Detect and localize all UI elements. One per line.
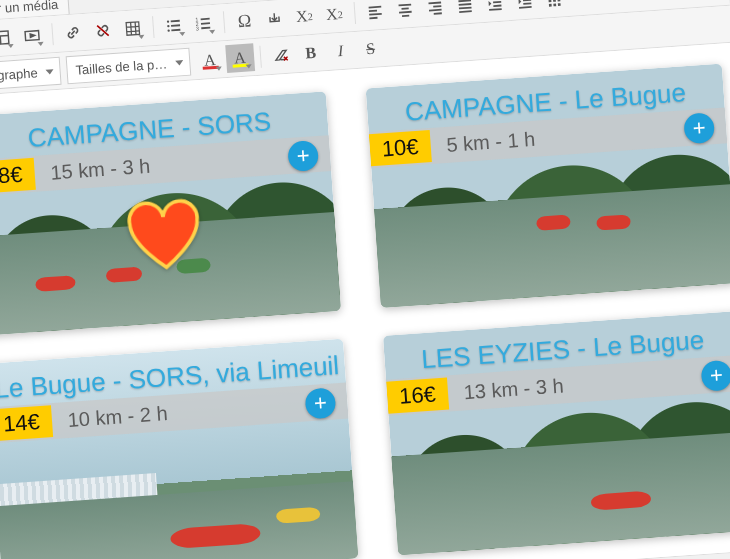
svg-rect-14 [201, 27, 210, 29]
italic-icon[interactable]: I [326, 36, 356, 66]
align-right-icon[interactable] [420, 0, 450, 22]
svg-rect-38 [519, 6, 532, 9]
ordered-list-icon[interactable]: 123 [189, 9, 219, 39]
svg-point-4 [167, 25, 169, 27]
fontsize-select[interactable]: Tailles de la p… [66, 48, 191, 85]
price-tag: 16€ [386, 378, 449, 414]
tour-card[interactable]: LES EYZIES - Le Bugue 16€ 13 km - 3 h + [383, 311, 730, 555]
price-tag: 18€ [0, 158, 36, 194]
svg-rect-15 [369, 6, 382, 9]
svg-point-3 [167, 20, 169, 22]
video-icon[interactable] [17, 21, 47, 51]
svg-rect-17 [369, 13, 382, 16]
svg-rect-40 [549, 0, 552, 2]
svg-rect-34 [489, 8, 502, 11]
template-icon[interactable] [0, 23, 17, 53]
distance-duration: 13 km - 3 h [447, 374, 564, 405]
special-char-icon[interactable]: Ω [230, 6, 260, 36]
unordered-list-icon[interactable] [159, 11, 189, 41]
svg-rect-16 [369, 10, 377, 12]
svg-rect-43 [549, 4, 552, 7]
svg-rect-19 [399, 4, 412, 7]
strike-icon[interactable]: S [356, 34, 386, 64]
svg-rect-25 [429, 9, 442, 12]
svg-rect-45 [558, 3, 561, 6]
superscript-icon[interactable]: X2 [289, 2, 319, 32]
bg-color-icon[interactable]: A [225, 43, 255, 73]
align-center-icon[interactable] [390, 0, 420, 24]
svg-rect-24 [433, 5, 441, 7]
unlink-icon[interactable] [88, 16, 118, 46]
toggle-toolbar-icon[interactable] [540, 0, 570, 14]
tour-card[interactable]: CAMPAGNE - SORS 18€ 15 km - 3 h + [0, 91, 341, 335]
svg-rect-37 [523, 2, 531, 4]
svg-rect-7 [171, 24, 180, 26]
text-color-icon[interactable]: A [195, 45, 225, 75]
svg-rect-30 [459, 10, 472, 13]
svg-rect-18 [369, 17, 377, 19]
table-icon[interactable] [118, 14, 148, 44]
price-tag: 10€ [369, 130, 432, 166]
distance-duration: 10 km - 2 h [51, 402, 168, 433]
svg-rect-6 [171, 20, 180, 22]
distance-duration: 5 km - 1 h [430, 127, 536, 157]
distance-duration: 15 km - 3 h [34, 154, 151, 185]
price-tag: 14€ [0, 405, 53, 441]
svg-rect-42 [558, 0, 561, 2]
svg-rect-27 [458, 0, 471, 2]
kayak-icon [536, 215, 571, 231]
svg-rect-20 [401, 7, 408, 9]
wysiwyg-editor: 123 Ω X2 X2 [0, 0, 730, 559]
tour-card[interactable]: Le Bugue - SORS, via Limeuil 14€ 10 km -… [0, 339, 358, 559]
svg-rect-2 [126, 22, 139, 35]
heart-icon [123, 197, 206, 272]
svg-rect-33 [493, 5, 501, 7]
svg-rect-8 [171, 29, 180, 31]
svg-rect-22 [402, 15, 409, 17]
svg-rect-36 [523, 0, 531, 1]
subscript-icon[interactable]: X2 [319, 0, 349, 29]
bold-icon[interactable]: B [296, 38, 326, 68]
svg-rect-21 [399, 11, 412, 14]
svg-rect-32 [493, 1, 501, 3]
svg-rect-26 [434, 12, 442, 14]
format-select[interactable]: Paragraphe [0, 57, 62, 92]
svg-rect-44 [553, 3, 556, 6]
svg-text:3: 3 [196, 25, 199, 31]
svg-rect-29 [459, 7, 472, 10]
svg-rect-12 [201, 18, 210, 20]
svg-rect-13 [201, 22, 210, 24]
clear-format-icon[interactable] [266, 40, 296, 70]
svg-rect-28 [459, 3, 472, 6]
nbsp-icon[interactable] [260, 4, 290, 34]
svg-point-5 [167, 29, 169, 31]
svg-rect-23 [428, 2, 441, 5]
link-icon[interactable] [58, 18, 88, 48]
svg-rect-41 [553, 0, 556, 2]
align-left-icon[interactable] [360, 0, 390, 27]
tour-card[interactable]: CAMPAGNE - Le Bugue 10€ 5 km - 1 h + [366, 64, 730, 308]
editor-content[interactable]: CAMPAGNE - SORS 18€ 15 km - 3 h + CAMPAG… [0, 43, 730, 559]
align-justify-icon[interactable] [450, 0, 480, 20]
indent-icon[interactable] [510, 0, 540, 16]
outdent-icon[interactable] [480, 0, 510, 18]
